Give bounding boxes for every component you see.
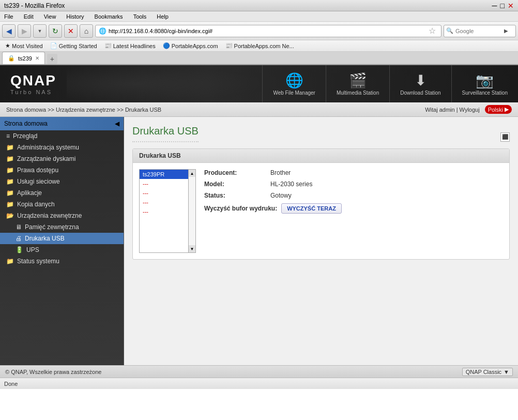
- search-input[interactable]: [455, 28, 502, 34]
- clear-buffer-label: Wyczyść bufor wydruku:: [204, 205, 277, 212]
- back-dropdown-button[interactable]: ▼: [33, 24, 47, 38]
- menu-bookmarks[interactable]: Bookmarks: [93, 13, 125, 20]
- home-button[interactable]: ⌂: [80, 24, 93, 38]
- portableapps2-icon: 📰: [225, 42, 233, 49]
- breadcrumb-bar: Strona domowa >> Urządzenia zewnętrzne >…: [0, 102, 518, 117]
- multimedia-station-icon: 🎬: [349, 72, 367, 89]
- aplikacje-folder-icon: 📁: [6, 189, 14, 197]
- back-button[interactable]: ◀: [2, 24, 16, 38]
- reload-button[interactable]: ↻: [49, 24, 62, 38]
- ups-icon: 🔋: [16, 246, 23, 253]
- theme-arrow-icon: ▼: [504, 369, 509, 375]
- sidebar-item-ups[interactable]: 🔋 UPS: [0, 244, 124, 256]
- bookmark-star-icon[interactable]: ☆: [426, 26, 438, 36]
- scroll-up-button[interactable]: ▲: [189, 170, 195, 177]
- minimize-btn[interactable]: ─: [492, 2, 497, 10]
- login-info: Witaj admin | Wyloguj: [425, 107, 479, 113]
- sidebar-item-kopia[interactable]: 📁 Kopia danych: [0, 199, 124, 210]
- breadcrumb: Strona domowa >> Urządzenia zewnętrzne >…: [6, 107, 161, 113]
- admin-folder-icon: 📁: [6, 144, 14, 151]
- theme-selector[interactable]: QNAP Classic ▼: [462, 368, 513, 376]
- menu-history[interactable]: History: [64, 13, 86, 20]
- news-icon: 📰: [104, 42, 112, 49]
- tab-ts239[interactable]: 🔒 ts239 ✕: [2, 52, 45, 64]
- copyright-text: © QNAP, Wszelkie prawa zastrzeżone: [5, 369, 101, 375]
- forward-button[interactable]: ▶: [18, 24, 31, 38]
- nav-multimedia-station[interactable]: 🎬 Multimedia Station: [326, 65, 389, 102]
- sidebar-item-pamiec[interactable]: 🖥 Pamięć zewnętrzna: [0, 221, 124, 233]
- close-btn[interactable]: ✕: [508, 2, 514, 10]
- bookmark-latest-headlines[interactable]: 📰 Latest Headlines: [102, 42, 158, 50]
- status-folder-icon: 📁: [6, 258, 14, 265]
- star-icon: ★: [5, 42, 10, 49]
- printer-info: Producent: Brother Model: HL-2030 series…: [204, 169, 503, 253]
- sidebar-item-aplikacje[interactable]: 📁 Aplikacje: [0, 187, 124, 199]
- printer-item-2[interactable]: ---: [140, 188, 195, 198]
- menu-file[interactable]: File: [2, 13, 16, 20]
- maximize-btn[interactable]: □: [500, 2, 505, 10]
- nav-web-file-manager[interactable]: 🌐 Web File Manager: [262, 65, 326, 102]
- theme-label: QNAP Classic: [466, 369, 501, 375]
- printer-list: ts239PR --- --- --- --- ▲ ▼: [139, 169, 196, 253]
- sidebar-collapse-icon[interactable]: ◀: [115, 120, 119, 127]
- lock-icon: 🌐: [99, 27, 106, 35]
- drukarka-icon: 🖨: [16, 235, 22, 242]
- search-engine-icon: 🔍: [444, 27, 455, 34]
- qnap-subtitle: Turbo NAS: [10, 89, 56, 95]
- page-title: Drukarka USB: [132, 125, 199, 142]
- sidebar-item-uslugi[interactable]: 📁 Usługi sieciowe: [0, 176, 124, 187]
- browser-menubar: File Edit View History Bookmarks Tools H…: [0, 11, 518, 22]
- sidebar-item-prawa[interactable]: 📁 Prawa dostępu: [0, 164, 124, 176]
- address-bar-container: 🌐 ☆: [95, 25, 441, 37]
- bookmark-getting-started[interactable]: 📄 Getting Started: [48, 42, 99, 50]
- status-label: Status:: [204, 192, 266, 199]
- panel-body: ts239PR --- --- --- --- ▲ ▼ Pro: [133, 163, 509, 259]
- menu-tools[interactable]: Tools: [131, 13, 149, 20]
- sidebar-item-admin[interactable]: 📁 Administracja systemu: [0, 142, 124, 153]
- expand-button[interactable]: ⬛: [500, 132, 510, 142]
- sidebar-item-urzadzenia[interactable]: 📂 Urządzenia zewnętrzne: [0, 210, 124, 221]
- clear-now-button[interactable]: WYCZYŚĆ TERAZ: [281, 203, 342, 214]
- bookmark-most-visited[interactable]: ★ Most Visited: [3, 42, 45, 50]
- model-label: Model:: [204, 181, 266, 188]
- printer-item-1[interactable]: ---: [140, 179, 195, 188]
- nav-label-web: Web File Manager: [273, 90, 315, 96]
- surveillance-station-icon: 📷: [476, 72, 494, 89]
- status-bar: Done: [0, 378, 518, 389]
- tab-label: ts239: [18, 55, 32, 62]
- lang-arrow-icon: ▶: [505, 106, 509, 113]
- printer-list-items: ts239PR --- --- --- ---: [140, 170, 195, 252]
- app-footer: © QNAP, Wszelkie prawa zastrzeżone QNAP …: [0, 365, 518, 378]
- printer-item-3[interactable]: ---: [140, 198, 195, 207]
- menu-view[interactable]: View: [42, 13, 58, 20]
- doc-icon: 📄: [50, 42, 57, 49]
- qnap-nav: 🌐 Web File Manager 🎬 Multimedia Station …: [262, 65, 518, 102]
- scroll-down-button[interactable]: ▼: [189, 245, 195, 252]
- status-text: Done: [4, 381, 18, 387]
- menu-edit[interactable]: Edit: [22, 13, 36, 20]
- info-row-status: Status: Gotowy: [204, 192, 503, 199]
- nav-surveillance-station[interactable]: 📷 Surveillance Station: [451, 65, 518, 102]
- sidebar-item-status[interactable]: 📁 Status systemu: [0, 256, 124, 267]
- search-go-icon[interactable]: ▶: [502, 28, 510, 34]
- address-input[interactable]: [109, 28, 426, 34]
- sidebar-item-dyski[interactable]: 📁 Zarządzanie dyskami: [0, 153, 124, 164]
- browser-titlebar: ts239 - Mozilla Firefox ─ □ ✕: [0, 0, 518, 11]
- sidebar-item-przeglad[interactable]: ≡ Przegląd: [0, 130, 124, 142]
- printer-item-4[interactable]: ---: [140, 207, 195, 216]
- urzadzenia-folder-icon: 📂: [6, 212, 14, 219]
- lang-selector[interactable]: Polski ▶: [485, 105, 512, 114]
- stop-button[interactable]: ✕: [64, 24, 78, 38]
- printer-panel: Drukarka USB ts239PR --- --- --- --- ▲ ▼: [132, 148, 510, 260]
- bookmark-portableapps-ne[interactable]: 📰 PortableApps.com Ne...: [223, 42, 296, 50]
- new-tab-button[interactable]: +: [47, 54, 57, 64]
- nav-download-station[interactable]: ⬇ Download Station: [389, 65, 451, 102]
- bookmark-portableapps[interactable]: 🔵 PortableApps.com: [161, 42, 220, 50]
- tab-close-icon[interactable]: ✕: [35, 55, 39, 61]
- menu-help[interactable]: Help: [155, 13, 171, 20]
- printer-item-ts239pr[interactable]: ts239PR: [140, 170, 195, 179]
- scroll-track: [189, 177, 195, 245]
- sidebar-item-drukarka[interactable]: 🖨 Drukarka USB: [0, 233, 124, 244]
- portableapps-icon: 🔵: [163, 42, 170, 49]
- manufacturer-label: Producent:: [204, 169, 266, 176]
